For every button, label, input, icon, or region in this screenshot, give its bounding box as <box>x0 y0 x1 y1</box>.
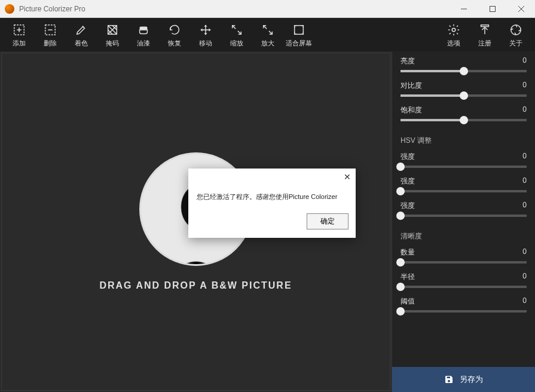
dialog-message: 您已经激活了程序。感谢您使用Picture Colorizer <box>188 169 356 213</box>
tool-paint[interactable]: 油漆 <box>130 22 157 48</box>
slider-thumb[interactable] <box>460 67 468 75</box>
sharp-slider-0: 数量0 <box>401 247 527 264</box>
sidebar: 亮度0对比度0饱和度0 HSV 调整 强度0强度0强度0 清晰度 数量0半径0阈… <box>392 51 535 392</box>
tool-add[interactable]: 添加 <box>6 22 32 48</box>
slider-label: 数量 <box>401 247 415 258</box>
slider-value: 0 <box>522 152 527 162</box>
svg-point-16 <box>452 28 455 32</box>
slider-track[interactable] <box>401 70 527 72</box>
tool-move[interactable]: 移动 <box>192 22 219 48</box>
save-as-label: 另存为 <box>460 374 483 385</box>
minimize-button[interactable] <box>455 3 473 15</box>
slider-track[interactable] <box>401 94 527 97</box>
app-title: Picture Colorizer Pro <box>19 5 455 13</box>
svg-rect-1 <box>490 6 496 11</box>
tool-label: 着色 <box>75 39 88 48</box>
svg-line-14 <box>269 30 273 34</box>
slider-track[interactable] <box>401 261 527 264</box>
fit-icon <box>290 22 308 38</box>
sharp-slider-2: 阈值0 <box>401 296 527 313</box>
tool-register[interactable]: 注册 <box>472 22 498 48</box>
colorize-icon <box>72 22 90 38</box>
slider-label: 强度 <box>401 201 415 211</box>
slider-value: 0 <box>522 201 527 211</box>
add-icon <box>10 22 28 38</box>
slider-thumb[interactable] <box>396 307 405 316</box>
basic-slider-0: 亮度0 <box>401 56 527 72</box>
slider-label: 阈值 <box>401 296 415 307</box>
svg-rect-10 <box>140 26 148 30</box>
slider-thumb[interactable] <box>460 91 468 100</box>
basic-slider-1: 对比度0 <box>401 81 527 97</box>
slider-label: 亮度 <box>401 56 415 66</box>
register-icon <box>476 22 494 38</box>
slider-label: 强度 <box>401 152 415 162</box>
dialog-ok-button[interactable]: 确定 <box>307 213 348 229</box>
slider-value: 0 <box>522 296 527 307</box>
tool-label: 油漆 <box>137 39 150 48</box>
slider-label: 饱和度 <box>401 105 422 115</box>
tool-undo[interactable]: 恢复 <box>161 22 188 48</box>
tool-options[interactable]: 选项 <box>441 22 467 48</box>
save-icon <box>444 375 454 384</box>
title-bar: Picture Colorizer Pro <box>0 0 535 18</box>
hsv-slider-0: 强度0 <box>401 152 527 168</box>
close-button[interactable] <box>512 3 530 15</box>
hsv-section-label: HSV 调整 <box>401 136 527 146</box>
move-icon <box>197 22 215 38</box>
slider-value: 0 <box>522 272 527 282</box>
slider-value: 0 <box>522 81 527 91</box>
tool-label: 选项 <box>447 39 460 48</box>
tool-label: 关于 <box>509 39 522 48</box>
hsv-slider-2: 强度0 <box>401 201 527 217</box>
svg-line-12 <box>238 30 241 34</box>
slider-value: 0 <box>522 176 527 186</box>
svg-rect-15 <box>295 25 304 34</box>
options-icon <box>445 22 463 38</box>
tool-zoomin[interactable]: 放大 <box>255 22 281 48</box>
paint-icon <box>134 22 152 38</box>
dialog-close-button[interactable]: ✕ <box>344 172 351 182</box>
slider-thumb[interactable] <box>396 258 405 267</box>
tool-mask[interactable]: 掩码 <box>99 22 126 48</box>
tool-fit[interactable]: 适合屏幕 <box>286 22 312 48</box>
zoom-icon <box>228 22 246 38</box>
slider-thumb[interactable] <box>396 212 405 220</box>
activation-dialog: ✕ 您已经激活了程序。感谢您使用Picture Colorizer 确定 <box>188 169 356 238</box>
tool-label: 恢复 <box>168 39 181 48</box>
slider-thumb[interactable] <box>396 283 405 291</box>
tool-label: 删除 <box>44 39 57 48</box>
slider-thumb[interactable] <box>396 163 405 171</box>
slider-track[interactable] <box>401 190 527 192</box>
placeholder-text: DRAG AND DROP A B&W PICTURE <box>99 280 292 291</box>
maximize-button[interactable] <box>484 3 502 15</box>
svg-rect-17 <box>481 24 489 26</box>
tool-colorize[interactable]: 着色 <box>68 22 94 48</box>
about-icon <box>507 22 525 38</box>
app-icon <box>5 4 14 14</box>
tool-remove[interactable]: 删除 <box>37 22 63 48</box>
slider-track[interactable] <box>401 166 527 168</box>
slider-thumb[interactable] <box>460 116 468 124</box>
slider-thumb[interactable] <box>396 187 405 195</box>
slider-track[interactable] <box>401 310 527 313</box>
slider-track[interactable] <box>401 286 527 288</box>
tool-label: 注册 <box>478 39 491 48</box>
mask-icon <box>103 22 121 38</box>
slider-track[interactable] <box>401 215 527 217</box>
slider-label: 半径 <box>401 272 415 282</box>
tool-about[interactable]: 关于 <box>503 22 529 48</box>
sharp-section-label: 清晰度 <box>401 231 527 241</box>
svg-line-11 <box>233 25 236 29</box>
basic-slider-2: 饱和度0 <box>401 105 527 121</box>
slider-track[interactable] <box>401 119 527 121</box>
slider-label: 对比度 <box>401 81 422 91</box>
toolbar: 添加删除着色掩码油漆恢复移动缩放放大适合屏幕 选项注册关于 <box>0 18 535 51</box>
tool-label: 添加 <box>13 39 26 48</box>
tool-label: 放大 <box>261 39 274 48</box>
tool-label: 适合屏幕 <box>286 39 312 48</box>
tool-zoom[interactable]: 缩放 <box>224 22 250 48</box>
zoomin-icon <box>259 22 277 38</box>
tool-label: 缩放 <box>230 39 243 48</box>
save-as-button[interactable]: 另存为 <box>392 367 535 392</box>
